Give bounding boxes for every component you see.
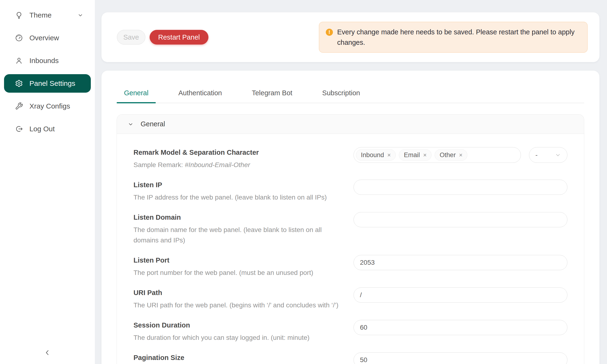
field-label: Listen Domain [133,212,343,222]
sidebar-item-inbounds[interactable]: Inbounds [4,52,91,70]
gauge-icon [15,34,23,42]
remove-tag-icon[interactable]: × [387,152,391,158]
remove-tag-icon[interactable]: × [423,152,427,158]
remark-model-tags-input[interactable]: Inbound × Email × Other × [354,147,521,163]
sidebar-item-overview[interactable]: Overview [4,29,91,47]
sidebar-item-panel-settings[interactable]: Panel Settings [4,74,91,93]
tab-telegram-bot[interactable]: Telegram Bot [244,89,300,103]
sidebar-item-xray-configs[interactable]: Xray Configs [4,97,91,116]
collapse-sidebar-icon[interactable] [40,345,55,360]
save-button[interactable]: Save [117,30,145,45]
field-description: The URI path for the web panel. (begins … [133,300,343,311]
remove-tag-icon[interactable]: × [459,152,462,158]
field-label: Listen Port [133,255,343,265]
tab-subscription[interactable]: Subscription [315,89,368,103]
sidebar-item-label: Xray Configs [29,102,70,110]
toolbar-card: Save Restart Panel ! Every change made h… [102,12,599,62]
field-description: The IP address for the web panel. (leave… [133,192,343,203]
wrench-icon [15,102,23,110]
tab-authentication[interactable]: Authentication [171,89,229,103]
select-value: - [535,151,538,159]
listen-domain-input[interactable] [354,212,567,227]
form-row-listen-ip: Listen IP The IP address for the web pan… [133,180,567,203]
field-description: The duration for which you can stay logg… [133,333,343,343]
field-description: The domain name for the web panel. (leav… [133,225,343,246]
lightbulb-icon [15,11,23,19]
form-row-pagination-size: Pagination Size [133,352,567,364]
gear-icon [15,79,23,88]
restart-warning-alert: ! Every change made here needs to be sav… [319,22,588,52]
exclamation-circle-icon: ! [326,29,333,36]
field-label: Listen IP [133,180,343,190]
restart-panel-button[interactable]: Restart Panel [150,30,208,45]
settings-tabs: General Authentication Telegram Bot Subs… [117,71,584,103]
field-label: URI Path [133,287,343,298]
sidebar-item-label: Overview [29,34,59,42]
sidebar-item-log-out[interactable]: Log Out [4,120,91,138]
field-label: Remark Model & Separation Character [133,147,343,157]
tab-general[interactable]: General [117,89,156,103]
panel-settings-card: General Authentication Telegram Bot Subs… [102,71,599,364]
tag-email: Email × [399,149,432,161]
listen-ip-input[interactable] [354,180,567,195]
logout-icon [15,125,23,133]
session-duration-input[interactable] [354,320,567,335]
sidebar-item-label: Theme [29,11,52,19]
form-row-listen-domain: Listen Domain The domain name for the we… [133,212,567,246]
form-row-listen-port: Listen Port The port number for the web … [133,255,567,278]
tag-other: Other × [435,149,467,161]
sidebar-item-label: Log Out [29,125,55,133]
uri-path-input[interactable] [354,287,567,303]
separation-character-select[interactable]: - [529,147,567,163]
field-description: Sample Remark: #Inbound-Email-Other [133,160,343,170]
form-row-remark-model: Remark Model & Separation Character Samp… [133,147,567,170]
pagination-size-input[interactable] [354,352,567,364]
chevron-down-icon [128,121,133,127]
general-section: General Remark Model & Separation Charac… [117,114,584,364]
chevron-down-icon [78,12,83,18]
listen-port-input[interactable] [354,255,567,270]
field-description: The port number for the web panel. (must… [133,268,343,278]
form-row-uri-path: URI Path The URI path for the web panel.… [133,287,567,311]
field-label: Session Duration [133,320,343,330]
sidebar-item-label: Panel Settings [29,79,75,88]
general-collapse-header[interactable]: General [117,115,584,134]
chevron-down-icon [555,152,561,158]
tag-inbound: Inbound × [356,149,396,161]
section-title: General [141,120,165,128]
sidebar-item-label: Inbounds [29,57,59,65]
form-row-session-duration: Session Duration The duration for which … [133,320,567,343]
main-content: Save Restart Panel ! Every change made h… [95,0,607,364]
user-icon [15,57,23,65]
alert-message: Every change made here needs to be saved… [337,27,578,48]
field-label: Pagination Size [133,352,343,363]
sidebar-item-theme[interactable]: Theme [4,6,91,25]
sidebar: Theme Overview Inbounds Panel Settings [0,0,95,364]
general-form: Remark Model & Separation Character Samp… [117,134,584,364]
